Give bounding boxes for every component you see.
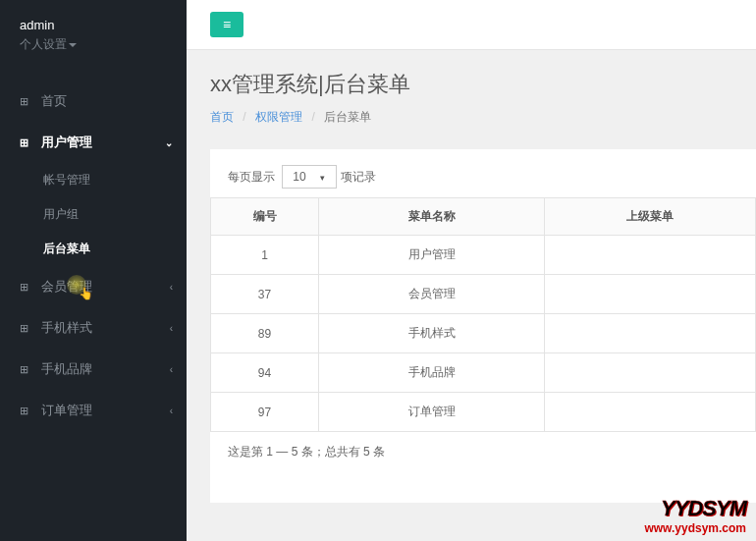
table-cell: 1 <box>211 236 319 275</box>
sidebar-item-phone-style[interactable]: ⊞手机样式 ‹ <box>0 307 187 349</box>
page-header: xx管理系统|后台菜单 首页 / 权限管理 / 后台菜单 <box>187 50 756 137</box>
page-title: xx管理系统|后台菜单 <box>210 70 732 99</box>
chevron-left-icon: ‹ <box>170 323 173 334</box>
table-row[interactable]: 1用户管理 <box>211 236 756 275</box>
table-length-control: 每页显示 10▾ 项记录 <box>210 169 756 197</box>
content-panel: 每页显示 10▾ 项记录 编号 菜单名称 上级菜单 1用户管理37会员管理89手… <box>210 149 756 503</box>
breadcrumb-separator: / <box>311 110 314 124</box>
user-settings-link[interactable]: 个人设置 <box>20 36 167 53</box>
table-cell: 手机品牌 <box>319 353 545 393</box>
grid-icon: ⊞ <box>20 363 33 376</box>
table-cell: 37 <box>211 275 319 314</box>
breadcrumb-home[interactable]: 首页 <box>210 110 234 124</box>
table-row[interactable]: 97订单管理 <box>211 393 756 432</box>
table-cell <box>545 236 756 275</box>
main-area: ≡ xx管理系统|后台菜单 首页 / 权限管理 / 后台菜单 每页显示 10▾ … <box>187 0 756 541</box>
table-cell: 97 <box>211 393 319 432</box>
sidebar-item-home[interactable]: ⊞首页 <box>0 81 187 122</box>
chevron-down-icon <box>69 43 77 47</box>
chevron-down-icon: ▾ <box>320 173 325 183</box>
table-row[interactable]: 37会员管理 <box>211 275 756 314</box>
table-cell: 89 <box>211 314 319 353</box>
user-name: admin <box>20 18 167 32</box>
table-cell: 用户管理 <box>319 236 545 275</box>
chevron-down-icon: ⌄ <box>165 137 173 148</box>
table-info: 这是第 1 — 5 条；总共有 5 条 <box>210 432 756 472</box>
table-cell <box>545 314 756 353</box>
grid-icon: ⊞ <box>20 322 33 335</box>
table-header-row: 编号 菜单名称 上级菜单 <box>211 198 756 236</box>
table-cell <box>545 353 756 393</box>
chevron-left-icon: ‹ <box>170 406 173 416</box>
grid-icon: ⊞ <box>20 281 33 294</box>
table-cell: 94 <box>211 353 319 393</box>
watermark: YYDSYM www.yydsym.com <box>644 496 746 535</box>
data-table: 编号 菜单名称 上级菜单 1用户管理37会员管理89手机样式94手机品牌97订单… <box>210 197 756 432</box>
col-id[interactable]: 编号 <box>211 198 319 236</box>
breadcrumb-permission[interactable]: 权限管理 <box>255 110 302 124</box>
breadcrumb: 首页 / 权限管理 / 后台菜单 <box>210 109 732 126</box>
chevron-left-icon: ‹ <box>170 364 173 375</box>
sidebar-nav: ⊞首页 ⊞用户管理 ⌄ 帐号管理 用户组 后台菜单 ⊞会员管理 ‹ ⊞手机样式 … <box>0 81 187 431</box>
sidebar: admin 个人设置 ⊞首页 ⊞用户管理 ⌄ 帐号管理 用户组 后台菜单 ⊞会员… <box>0 0 187 541</box>
col-parent[interactable]: 上级菜单 <box>545 198 756 236</box>
breadcrumb-current: 后台菜单 <box>324 110 371 124</box>
user-block: admin 个人设置 <box>0 0 187 63</box>
grid-icon: ⊞ <box>20 405 33 417</box>
chevron-left-icon: ‹ <box>170 282 173 293</box>
hamburger-icon: ≡ <box>223 18 231 31</box>
menu-toggle-button[interactable]: ≡ <box>210 12 243 37</box>
sidebar-item-member[interactable]: ⊞会员管理 ‹ <box>0 266 187 307</box>
watermark-url: www.yydsym.com <box>644 521 746 535</box>
watermark-logo: YYDSYM <box>644 496 746 521</box>
table-row[interactable]: 89手机样式 <box>211 314 756 353</box>
sidebar-item-phone-brand[interactable]: ⊞手机品牌 ‹ <box>0 349 187 390</box>
table-cell: 会员管理 <box>319 275 545 314</box>
topbar: ≡ <box>187 0 756 50</box>
per-page-select[interactable]: 10▾ <box>282 165 337 189</box>
table-cell: 订单管理 <box>319 393 545 432</box>
grid-icon: ⊞ <box>20 95 33 108</box>
table-cell <box>545 275 756 314</box>
table-cell <box>545 393 756 432</box>
grid-icon: ⊞ <box>20 136 33 149</box>
sidebar-item-order[interactable]: ⊞订单管理 ‹ <box>0 390 187 431</box>
table-row[interactable]: 94手机品牌 <box>211 353 756 393</box>
sidebar-sub-account[interactable]: 帐号管理 <box>0 163 187 197</box>
sidebar-item-user-mgmt[interactable]: ⊞用户管理 ⌄ <box>0 122 187 163</box>
col-name[interactable]: 菜单名称 <box>319 198 545 236</box>
sidebar-submenu-user: 帐号管理 用户组 后台菜单 <box>0 163 187 266</box>
sidebar-sub-group[interactable]: 用户组 <box>0 197 187 232</box>
sidebar-sub-menu[interactable]: 后台菜单 <box>0 232 187 266</box>
breadcrumb-separator: / <box>243 110 245 124</box>
table-cell: 手机样式 <box>319 314 545 353</box>
